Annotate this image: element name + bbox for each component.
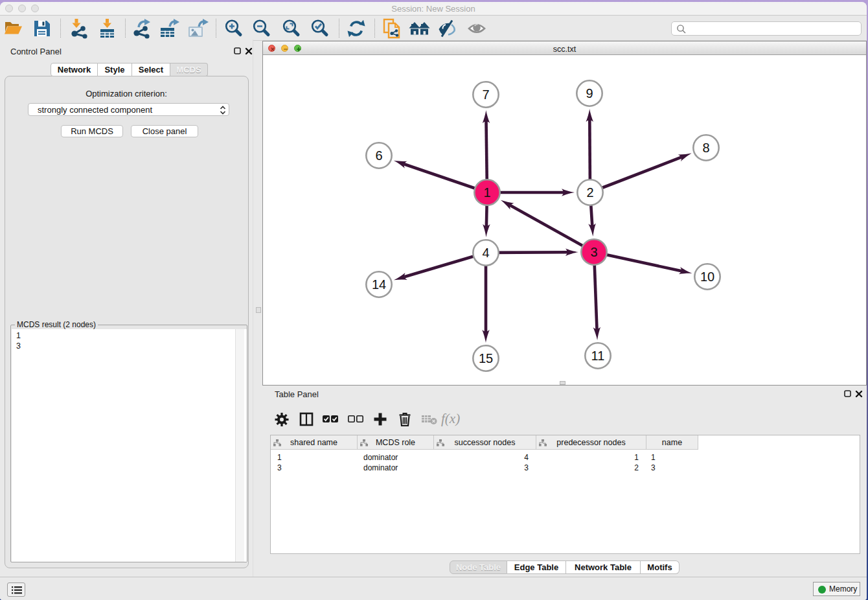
svg-text:6: 6: [375, 148, 382, 163]
svg-text:2: 2: [586, 185, 593, 200]
svg-text:3: 3: [590, 245, 597, 259]
svg-text:10: 10: [700, 270, 714, 284]
svg-text:9: 9: [586, 86, 593, 100]
svg-text:15: 15: [479, 351, 493, 365]
svg-text:11: 11: [591, 349, 605, 363]
svg-text:8: 8: [702, 141, 709, 155]
svg-text:7: 7: [482, 87, 489, 102]
svg-text:4: 4: [482, 246, 489, 260]
svg-text:14: 14: [372, 277, 386, 292]
svg-text:1: 1: [483, 185, 490, 200]
